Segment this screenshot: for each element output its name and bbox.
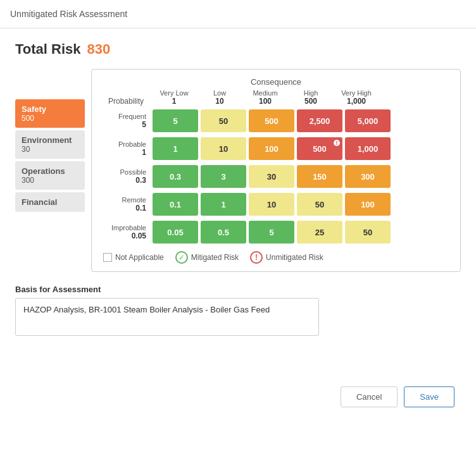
bottom-buttons: Cancel Save	[15, 386, 461, 407]
unmitigated-risk-label: Unmitigated Risk	[266, 253, 323, 262]
page-title: Unmitigated Risk Assessment	[10, 9, 127, 19]
cell-probable-low[interactable]: 10	[201, 137, 246, 160]
cell-possible-high[interactable]: 150	[297, 165, 342, 188]
sidebar-item-safety-label: Safety	[22, 104, 78, 114]
cell-improbable-medium[interactable]: 5	[249, 221, 294, 244]
cell-improbable-very-high[interactable]: 50	[345, 221, 391, 244]
col-header-very-high: Very High 1,000	[334, 89, 379, 106]
cell-remote-very-low[interactable]: 0.1	[153, 193, 198, 216]
col-label-high: High	[288, 89, 334, 97]
sidebar-item-safety-value: 500	[22, 114, 78, 123]
cell-remote-low[interactable]: 1	[201, 193, 246, 216]
sidebar-item-ops-value: 300	[22, 176, 78, 185]
col-header-medium: Medium 100	[242, 89, 288, 106]
mitigated-risk-label: Mitigated Risk	[191, 253, 239, 262]
row-label-probable: Probable 1	[101, 140, 151, 157]
cell-possible-very-low[interactable]: 0.3	[153, 165, 198, 188]
cell-probable-very-low[interactable]: 1	[153, 137, 198, 160]
total-risk-label: Total Risk	[15, 41, 81, 58]
col-label-very-low: Very Low	[151, 89, 197, 97]
cancel-button[interactable]: Cancel	[341, 386, 398, 407]
cell-possible-medium[interactable]: 30	[249, 165, 294, 188]
mitigated-risk-icon: ✓	[175, 251, 188, 264]
cell-remote-very-high[interactable]: 100	[345, 193, 391, 216]
sidebar-item-financial[interactable]: Financial	[15, 192, 85, 212]
row-label-possible: Possible 0.3	[101, 168, 151, 185]
consequence-label: Consequence	[101, 77, 451, 87]
col-label-low: Low	[197, 89, 242, 97]
sidebar-item-env-value: 30	[22, 145, 78, 154]
main-area: Safety 500 Environment 30 Operations 300…	[15, 69, 461, 272]
not-applicable-label: Not Applicable	[115, 253, 164, 262]
cell-frequent-very-high[interactable]: 5,000	[345, 109, 391, 132]
col-val-low: 10	[197, 97, 242, 106]
cell-probable-high[interactable]: 500 !	[297, 137, 342, 160]
cell-frequent-medium[interactable]: 500	[249, 109, 294, 132]
total-risk-row: Total Risk 830	[15, 41, 461, 58]
cell-improbable-very-low[interactable]: 0.05	[153, 221, 198, 244]
basis-section: Basis for Assessment HAZOP Analysis, BR-…	[15, 285, 461, 336]
top-bar: Unmitigated Risk Assessment	[0, 0, 476, 28]
cell-remote-medium[interactable]: 10	[249, 193, 294, 216]
basis-label: Basis for Assessment	[15, 285, 461, 294]
col-header-low: Low 10	[197, 89, 242, 106]
sidebar-item-environment[interactable]: Environment 30	[15, 130, 85, 159]
sidebar-item-fin-label: Financial	[22, 197, 78, 207]
matrix-row-probable: Probable 1 1 10 100 500 ! 1,000	[101, 136, 451, 161]
probability-col-header: Probability	[101, 97, 151, 106]
cell-improbable-low[interactable]: 0.5	[201, 221, 246, 244]
legend-row: Not Applicable ✓ Mitigated Risk ! Unmiti…	[101, 251, 451, 264]
sidebar-item-operations[interactable]: Operations 300	[15, 161, 85, 190]
cell-frequent-high[interactable]: 2,500	[297, 109, 342, 132]
not-applicable-checkbox	[103, 253, 112, 262]
legend-unmitigated-risk: ! Unmitigated Risk	[250, 251, 323, 264]
col-val-high: 500	[288, 97, 334, 106]
cell-improbable-high[interactable]: 25	[297, 221, 342, 244]
cell-possible-very-high[interactable]: 300	[345, 165, 391, 188]
total-risk-value: 830	[87, 41, 111, 58]
cell-probable-very-high[interactable]: 1,000	[345, 137, 391, 160]
col-header-high: High 500	[288, 89, 334, 106]
cell-possible-low[interactable]: 3	[201, 165, 246, 188]
row-label-frequent: Frequent 5	[101, 113, 151, 129]
col-header-very-low: Very Low 1	[151, 89, 197, 106]
legend-mitigated-risk: ✓ Mitigated Risk	[175, 251, 239, 264]
row-label-improbable: Improbable 0.05	[101, 224, 151, 240]
matrix-row-possible: Possible 0.3 0.3 3 30 150 300	[101, 164, 451, 189]
legend-not-applicable: Not Applicable	[103, 253, 164, 262]
sidebar-item-env-label: Environment	[22, 135, 78, 145]
sidebar: Safety 500 Environment 30 Operations 300…	[15, 69, 85, 272]
sidebar-item-ops-label: Operations	[22, 166, 78, 176]
cell-frequent-low[interactable]: 50	[201, 109, 246, 132]
cell-remote-high[interactable]: 50	[297, 193, 342, 216]
cell-probable-medium[interactable]: 100	[249, 137, 294, 160]
matrix-row-remote: Remote 0.1 0.1 1 10 50 100	[101, 192, 451, 217]
matrix-row-improbable: Improbable 0.05 0.05 0.5 5 25 50	[101, 219, 451, 245]
col-label-medium: Medium	[242, 89, 288, 97]
cell-frequent-very-low[interactable]: 5	[153, 109, 198, 132]
unmitigated-risk-icon: !	[250, 251, 263, 264]
save-button[interactable]: Save	[404, 386, 454, 407]
col-val-very-low: 1	[151, 97, 197, 106]
matrix-row-frequent: Frequent 5 5 50 500 2,500 5,000	[101, 108, 451, 133]
col-val-medium: 100	[242, 97, 288, 106]
row-label-remote: Remote 0.1	[101, 196, 151, 213]
sidebar-item-safety[interactable]: Safety 500	[15, 99, 85, 128]
risk-matrix: Consequence Probability Very Low 1 Low 1…	[91, 69, 461, 272]
unmitigated-marker-probable-high: !	[332, 139, 341, 147]
basis-text-box[interactable]: HAZOP Analysis, BR-1001 Steam Boiler Ana…	[15, 298, 319, 336]
col-label-very-high: Very High	[334, 89, 379, 97]
col-val-very-high: 1,000	[334, 97, 379, 106]
